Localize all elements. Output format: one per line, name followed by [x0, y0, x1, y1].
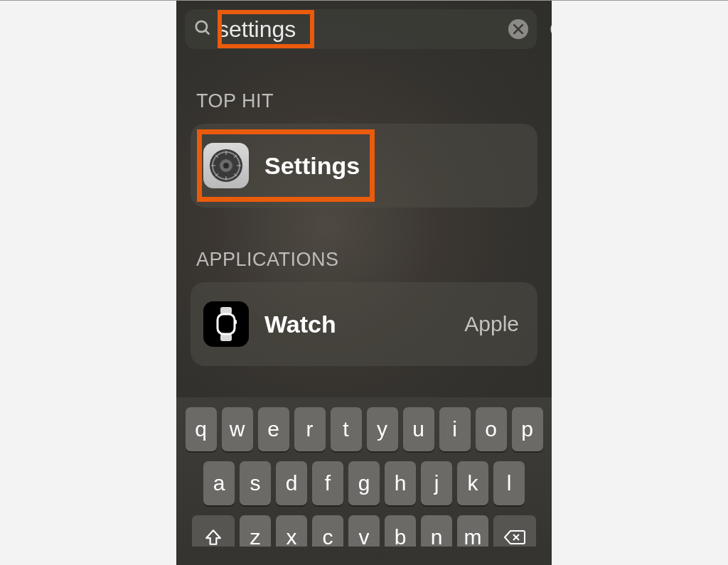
key-l[interactable]: l — [493, 461, 525, 505]
search-input[interactable] — [218, 16, 503, 43]
key-x[interactable]: x — [276, 515, 307, 547]
keyboard-row-3: zxcvbnm — [181, 515, 547, 547]
key-t[interactable]: t — [331, 407, 362, 451]
key-z[interactable]: z — [240, 515, 271, 547]
key-f[interactable]: f — [312, 461, 343, 505]
key-e[interactable]: e — [258, 407, 289, 451]
key-c[interactable]: c — [312, 515, 343, 547]
key-r[interactable]: r — [294, 407, 326, 451]
key-fn[interactable] — [192, 515, 235, 547]
key-i[interactable]: i — [439, 407, 471, 451]
key-g[interactable]: g — [348, 461, 380, 505]
section-header-applications: APPLICATIONS — [191, 249, 537, 271]
key-j[interactable]: j — [421, 461, 452, 505]
section-applications: APPLICATIONS Watch Apple — [176, 249, 552, 366]
key-u[interactable]: u — [403, 407, 434, 451]
section-title: APPLICATIONS — [196, 249, 339, 271]
result-label: Settings — [264, 152, 360, 180]
key-p[interactable]: p — [512, 407, 543, 451]
svg-point-0 — [196, 21, 207, 32]
key-v[interactable]: v — [348, 515, 380, 547]
key-w[interactable]: w — [222, 407, 253, 451]
search-row: Cancel — [176, 1, 552, 49]
watch-app-icon — [203, 301, 249, 347]
key-o[interactable]: o — [476, 407, 507, 451]
key-a[interactable]: a — [203, 461, 235, 505]
result-subtitle: Apple — [464, 312, 519, 336]
svg-point-13 — [223, 163, 229, 168]
key-y[interactable]: y — [367, 407, 398, 451]
result-label: Watch — [264, 311, 336, 338]
svg-line-1 — [205, 31, 209, 34]
key-b[interactable]: b — [385, 515, 416, 547]
svg-rect-16 — [218, 314, 235, 334]
key-m[interactable]: m — [457, 515, 488, 547]
keyboard-row-1: qwertyuiop — [181, 407, 547, 451]
key-fn[interactable] — [493, 515, 536, 547]
top-hit-result[interactable]: Settings — [191, 124, 537, 208]
search-icon — [193, 18, 212, 40]
applications-result[interactable]: Watch Apple — [191, 282, 537, 366]
key-n[interactable]: n — [421, 515, 452, 547]
key-k[interactable]: k — [457, 461, 488, 505]
page-frame: Cancel TOP HIT — [0, 0, 728, 565]
svg-rect-17 — [235, 320, 237, 324]
clear-search-button[interactable] — [508, 19, 528, 39]
key-q[interactable]: q — [186, 407, 217, 451]
keyboard-row-2: asdfghjkl — [181, 461, 547, 505]
cancel-button[interactable]: Cancel — [550, 17, 552, 41]
key-s[interactable]: s — [240, 461, 271, 505]
section-title: TOP HIT — [196, 90, 274, 112]
key-d[interactable]: d — [276, 461, 307, 505]
key-h[interactable]: h — [385, 461, 416, 505]
search-bar[interactable] — [185, 9, 537, 49]
keyboard: qwertyuiop asdfghjkl zxcvbnm — [176, 397, 552, 565]
section-top-hit: TOP HIT — [176, 90, 552, 208]
phone-screen: Cancel TOP HIT — [176, 1, 552, 565]
settings-app-icon — [203, 143, 249, 188]
section-header-top-hit: TOP HIT — [191, 90, 537, 112]
